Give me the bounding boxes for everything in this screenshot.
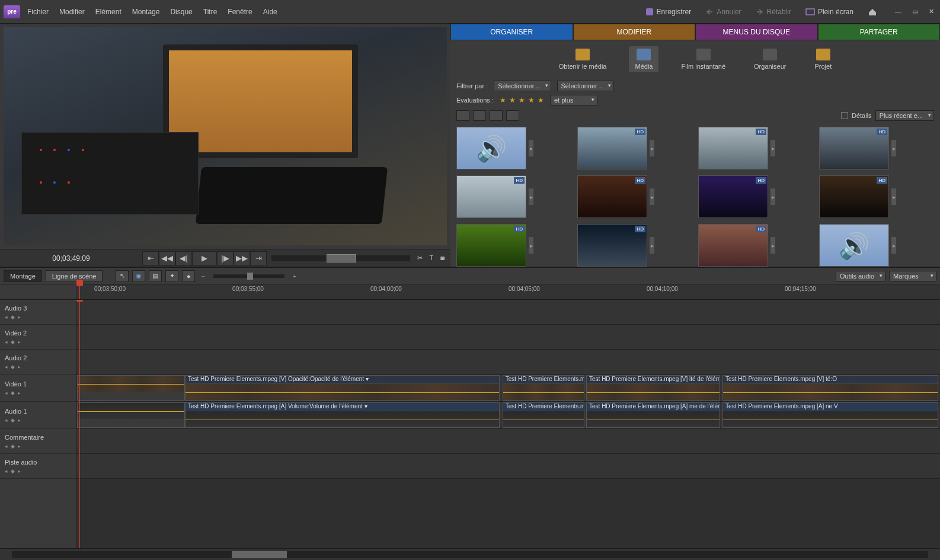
star-3[interactable]: ★ xyxy=(519,96,525,104)
tab-montage[interactable]: Montage xyxy=(4,270,42,282)
star-4[interactable]: ★ xyxy=(528,96,535,104)
media-play-handle[interactable]: ▸ xyxy=(770,140,775,156)
clip-audio[interactable]: Test HD Premiere Elements.mpeg [A] Volum… xyxy=(185,402,500,428)
media-play-handle[interactable]: ▸ xyxy=(650,188,654,205)
media-thumb[interactable]: 🔊 xyxy=(819,224,889,267)
clip-audio[interactable]: Test HD Premiere Elements.mpeg [A] me de… xyxy=(586,402,720,428)
lane-audio1[interactable]: Test HD Premiere Elements.mpeg [A] Volum… xyxy=(77,402,940,429)
minimize-button[interactable]: — xyxy=(893,7,904,17)
tab-menus-disque[interactable]: MENUS DU DISQUE xyxy=(695,24,818,40)
organizer-button[interactable]: Organiseur xyxy=(748,46,792,72)
track-header-audio3[interactable]: Audio 3◂◆▸ xyxy=(0,300,76,325)
lane-video1[interactable]: Test HD Premiere Elements.mpeg [V] Opaci… xyxy=(77,375,940,402)
media-thumb[interactable]: HD xyxy=(456,175,526,218)
track-header-video1[interactable]: Vidéo 1◂◆▸ xyxy=(0,375,76,402)
save-button[interactable]: Enregistrer xyxy=(642,6,695,18)
media-play-handle[interactable]: ▸ xyxy=(650,140,654,156)
menu-montage[interactable]: Montage xyxy=(131,5,161,18)
title-tool-icon[interactable]: T xyxy=(427,253,436,263)
media-thumb[interactable]: 🔊 xyxy=(456,127,526,169)
clip-video[interactable] xyxy=(77,375,185,401)
clip-video[interactable]: Test HD Premiere Elements.mpe xyxy=(503,375,584,401)
delete-icon[interactable] xyxy=(506,110,519,121)
sort-select[interactable]: Plus récent e... xyxy=(875,110,934,121)
timeline-scrollbar[interactable] xyxy=(0,548,940,560)
step-fwd-button[interactable]: |▶ xyxy=(217,251,234,265)
media-play-handle[interactable]: ▸ xyxy=(891,237,896,254)
menu-aide[interactable]: Aide xyxy=(262,5,279,18)
redo-button[interactable]: Rétablir xyxy=(752,6,795,18)
playhead[interactable] xyxy=(79,284,80,299)
lane-audio3[interactable] xyxy=(77,300,940,325)
preview-monitor[interactable] xyxy=(4,27,447,245)
preview-scrubber[interactable] xyxy=(271,255,410,261)
media-thumb[interactable]: HD xyxy=(456,224,526,267)
track-header-soundtrack[interactable]: Piste audio◂◆▸ xyxy=(0,454,76,479)
media-thumb[interactable]: HD xyxy=(577,175,647,218)
marker-tool-icon[interactable]: ● xyxy=(182,270,195,282)
media-thumb[interactable]: HD xyxy=(698,175,768,218)
media-play-handle[interactable]: ▸ xyxy=(529,140,533,156)
menu-element[interactable]: Elément xyxy=(94,5,123,18)
lane-video2[interactable] xyxy=(77,325,940,350)
audio-toggle-icon[interactable] xyxy=(473,110,486,121)
tab-organiser[interactable]: ORGANISER xyxy=(450,24,573,40)
goto-out-button[interactable]: ⇥ xyxy=(250,251,267,265)
play-button[interactable]: ▶ xyxy=(192,251,217,265)
lane-commentary[interactable] xyxy=(77,429,940,454)
menu-fichier[interactable]: Fichier xyxy=(26,5,50,18)
media-play-handle[interactable]: ▸ xyxy=(770,188,775,205)
zoom-slider[interactable] xyxy=(213,274,284,278)
star-5[interactable]: ★ xyxy=(538,96,544,104)
menu-disque[interactable]: Disque xyxy=(169,5,193,18)
properties-tool-icon[interactable]: ▤ xyxy=(149,270,162,282)
audio-tools-select[interactable]: Outils audio xyxy=(836,271,885,281)
goto-in-button[interactable]: ⇤ xyxy=(142,251,159,265)
track-header-audio1[interactable]: Audio 1◂◆▸ xyxy=(0,402,76,429)
menu-fenetre[interactable]: Fenêtre xyxy=(226,5,253,18)
snapshot-icon[interactable]: ◙ xyxy=(438,253,447,263)
lane-audio2[interactable] xyxy=(77,350,940,375)
star-2[interactable]: ★ xyxy=(509,96,516,104)
tab-sceneline[interactable]: Ligne de scène xyxy=(46,270,103,282)
markers-select[interactable]: Marques xyxy=(889,271,936,281)
time-stretch-tool-icon[interactable]: ◉ xyxy=(132,270,145,282)
split-clip-icon[interactable]: ✂ xyxy=(415,253,425,263)
media-button[interactable]: Média xyxy=(629,46,658,72)
tab-partager[interactable]: PARTAGER xyxy=(818,24,941,40)
lane-soundtrack[interactable] xyxy=(77,454,940,479)
media-thumb[interactable]: HD xyxy=(577,127,647,169)
and-more-select[interactable]: et plus xyxy=(550,95,597,105)
track-header-video2[interactable]: Vidéo 2◂◆▸ xyxy=(0,325,76,350)
save-icon[interactable] xyxy=(456,110,469,121)
media-thumb[interactable]: HD xyxy=(819,127,889,169)
clip-audio[interactable]: Test HD Premiere Elements.mpe xyxy=(503,402,584,428)
filter-select-2[interactable]: Sélectionner .. xyxy=(557,81,614,91)
step-back-button[interactable]: ◀| xyxy=(175,251,192,265)
media-play-handle[interactable]: ▸ xyxy=(891,140,896,156)
close-button[interactable]: ✕ xyxy=(926,7,936,17)
get-media-button[interactable]: Obtenir le média xyxy=(553,46,613,72)
timecode-display[interactable]: 00;03;49;09 xyxy=(0,254,142,263)
undo-button[interactable]: Annuler xyxy=(702,6,744,18)
media-play-handle[interactable]: ▸ xyxy=(650,237,654,254)
clip-audio[interactable]: Test HD Premiere Elements.mpeg [A] ne:V xyxy=(722,402,938,428)
time-ruler[interactable]: 00;03;50;00 00;03;55;00 00;04;00;00 00;0… xyxy=(77,284,940,299)
menu-modifier[interactable]: Modifier xyxy=(58,5,86,18)
media-play-handle[interactable]: ▸ xyxy=(529,237,533,254)
rewind-button[interactable]: ◀◀ xyxy=(159,251,175,265)
new-folder-icon[interactable] xyxy=(490,110,503,121)
tab-modifier[interactable]: MODIFIER xyxy=(573,24,696,40)
filter-select-1[interactable]: Sélectionner .. xyxy=(494,81,551,91)
home-button[interactable] xyxy=(864,6,881,18)
media-play-handle[interactable]: ▸ xyxy=(891,188,896,205)
media-thumb[interactable]: HD xyxy=(819,175,889,218)
clip-audio[interactable] xyxy=(77,402,185,428)
clip-video[interactable]: Test HD Premiere Elements.mpeg [V] ité d… xyxy=(586,375,720,401)
media-thumb[interactable]: HD xyxy=(698,127,768,169)
media-play-handle[interactable]: ▸ xyxy=(529,188,533,205)
track-header-audio2[interactable]: Audio 2◂◆▸ xyxy=(0,350,76,375)
media-thumb[interactable]: HD xyxy=(577,224,647,267)
instant-movie-button[interactable]: Film instantané xyxy=(675,46,731,72)
media-play-handle[interactable]: ▸ xyxy=(770,237,775,254)
